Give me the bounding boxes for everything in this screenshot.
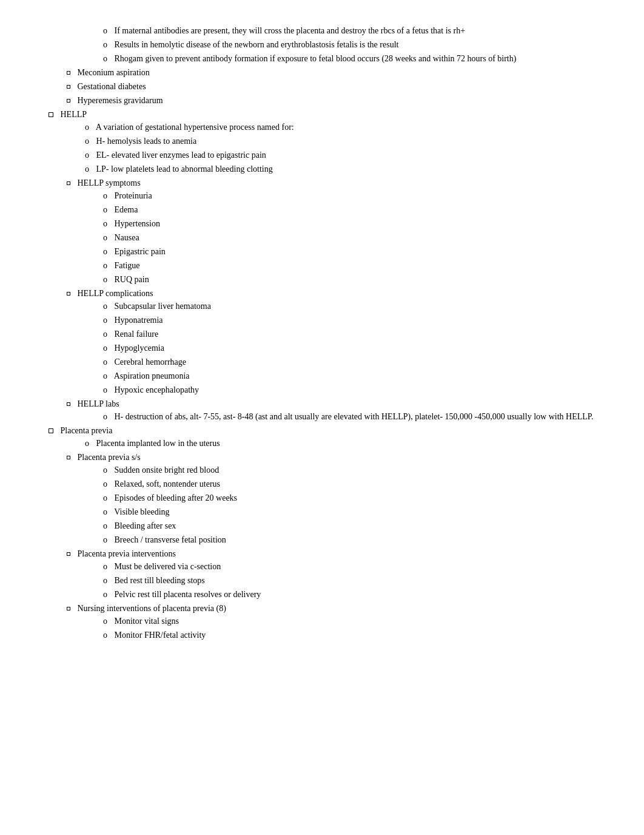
list-item: o Monitor FHR/fetal activity [103,629,594,641]
item-text: Hypoglycemia [115,343,164,353]
list-item: o RUQ pain [103,273,594,286]
list-item: o EL- elevated liver enzymes lead to epi… [85,149,594,161]
list-item: o Sudden onsite bright red blood [103,464,594,476]
list-item: o Cerebral hemorrhage [103,356,594,368]
item-text: If maternal antibodies are present, they… [115,26,466,35]
list-item: o Hypertension [103,217,594,230]
list-item: o Hypoglycemia [103,342,594,354]
o-icon: o [103,590,107,599]
list-item: o H- hemolysis leads to anemia [85,135,594,147]
ss-sub-list: o Sudden onsite bright red blood o Relax… [67,464,594,546]
item-text: Must be delivered via c-section [115,562,221,571]
o-icon: o [103,54,107,63]
list-item: o Proteinuria [103,189,594,202]
item-text: Sudden onsite bright red blood [115,465,220,475]
list-item: o Results in hemolytic disease of the ne… [103,38,594,51]
o-icon: o [85,137,89,146]
o-icon: o [103,233,107,242]
list-item: o Subcapsular liver hematoma [103,300,594,313]
item-text: Gestational diabetes [78,82,146,91]
hellp-complications-list: HELLP complications o Subcapsular liver … [49,287,594,396]
o-icon: o [103,371,107,380]
complications-label: HELLP complications [78,289,153,298]
list-item: o Rhogam given to prevent antibody forma… [103,52,594,65]
bullet-icon [67,292,70,296]
bullet-icon [67,85,70,89]
list-item: o A variation of gestational hypertensiv… [85,121,594,134]
nursing-interventions-item: Nursing interventions of placenta previa… [67,602,594,641]
hellp-labs-list: HELLP labs o H- destruction of abs, alt-… [49,397,594,423]
item-text: Renal failure [115,330,159,339]
o-icon: o [103,343,107,353]
list-item: o Aspiration pneumonia [103,370,594,382]
interventions-sub-list: o Must be delivered via c-section o Bed … [67,560,594,601]
placenta-intro-list: o Placenta implanted low in the uterus [49,437,594,450]
item-text: Fatigue [115,261,140,270]
item-text: A variation of gestational hypertensive … [96,123,294,132]
o-icon: o [103,521,107,530]
item-text: Monitor vital signs [115,617,179,626]
list-item: o Renal failure [103,328,594,340]
interventions-label: Placenta previa interventions [78,549,176,558]
bullet-icon [67,181,70,185]
ss-label: Placenta previa s/s [78,453,141,462]
o-icon: o [103,330,107,339]
list-item: o Relaxed, soft, nontender uterus [103,478,594,490]
placenta-label: Placenta previa [61,426,113,435]
placenta-ss-item: Placenta previa s/s o Sudden onsite brig… [67,451,594,546]
bullet-icon [67,456,70,459]
list-item: Gestational diabetes [67,80,594,93]
placenta-interventions-item: Placenta previa interventions o Must be … [67,547,594,601]
item-text: Rhogam given to prevent antibody formati… [115,54,517,63]
symptoms-label: HELLP symptoms [78,178,141,188]
list-item: o Fatigue [103,259,594,272]
o-icon: o [103,247,107,256]
item-text: Cerebral hemorrhage [115,357,187,367]
o-icon: o [103,465,107,475]
list-item: o Visible bleeding [103,505,594,518]
list-item: o Hypoxic encephalopathy [103,384,594,396]
o-icon: o [103,617,107,626]
item-text: Hypoxic encephalopathy [115,385,200,394]
hellp-label: HELLP [61,110,87,119]
placenta-item: Placenta previa o Placenta implanted low… [49,424,594,641]
item-text: LP- low platelets lead to abnormal bleed… [96,164,273,174]
list-item: o Bed rest till bleeding stops [103,574,594,587]
o-icon: o [103,40,107,49]
symptoms-sub-list: o Proteinuria o Edema o Hypertension o [67,189,594,286]
list-item: o Monitor vital signs [103,615,594,627]
item-text: Relaxed, soft, nontender uterus [115,479,221,488]
hellp-intro-list: o A variation of gestational hypertensiv… [49,121,594,175]
item-text: Meconium aspiration [78,68,150,77]
placenta-ss-list: Placenta previa s/s o Sudden onsite brig… [49,451,594,546]
list-item: o Pelvic rest till placenta resolves or … [103,588,594,601]
o-icon: o [103,357,107,367]
item-text: Placenta implanted low in the uterus [96,439,220,448]
bullet-icon [67,402,70,406]
list-item: Hyperemesis gravidarum [67,94,594,107]
list-item: o Breech / transverse fetal position [103,533,594,546]
item-text: Pelvic rest till placenta resolves or de… [115,590,261,599]
o-icon: o [103,26,107,35]
item-text: Edema [115,205,138,214]
item-text: Hyperemesis gravidarum [78,96,163,105]
labs-label: HELLP labs [78,399,119,408]
list-item: o Bleeding after sex [103,519,594,532]
main-content: o If maternal antibodies are present, th… [49,24,594,641]
list-item: o Must be delivered via c-section [103,560,594,573]
nursing-label: Nursing interventions of placenta previa… [78,604,226,613]
bullet-icon [67,552,70,556]
o-icon: o [103,219,107,228]
o-icon: o [103,535,107,544]
o-icon: o [103,261,107,270]
list-item: o Placenta implanted low in the uterus [85,437,594,450]
item-text: RUQ pain [115,275,149,284]
item-text: Aspiration pneumonia [114,371,190,380]
item-text: Proteinuria [115,191,152,200]
bullet-icon [49,428,53,433]
list-item: o H- destruction of abs, alt- 7-55, ast-… [103,410,594,423]
list-item: o LP- low platelets lead to abnormal ble… [85,163,594,175]
item-text: Subcapsular liver hematoma [115,302,211,311]
hellp-labs-item: HELLP labs o H- destruction of abs, alt-… [67,397,594,423]
o-icon: o [85,164,89,174]
